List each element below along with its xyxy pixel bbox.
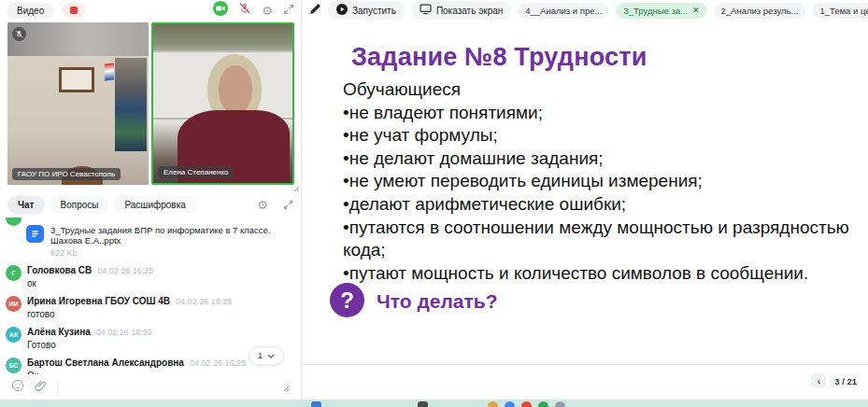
avatar: Г (6, 265, 21, 281)
settings-icon[interactable]: ⚙ (262, 5, 273, 17)
tab-chat[interactable]: Чат (7, 196, 45, 214)
slide-bullet: •не учат формулы; (343, 124, 868, 147)
avatar (6, 218, 21, 226)
message-author: Алёна Кузина (27, 327, 91, 337)
taskbar-icon[interactable] (311, 401, 321, 407)
share-screen-button[interactable]: Показать экран (411, 1, 511, 20)
video-tile-participant-1[interactable]: ГАОУ ПО ИРО Севастополь (7, 22, 149, 185)
share-button-label: Показать экран (436, 6, 503, 16)
participant-name-label: Елена Степаненко (158, 166, 234, 178)
presentation-tab-4[interactable]: 4__Анализ и пре... (518, 3, 609, 19)
video-grid: ГАОУ ПО ИРО Севастополь Елена Степаненко (0, 21, 301, 189)
file-attachment[interactable]: 3_Трудные задания ВПР по информатике в 7… (26, 225, 301, 258)
attach-icon[interactable] (35, 379, 47, 396)
slide-bullet: •делают арифметические ошибки; (343, 193, 868, 217)
slide-subtitle: Обучающиеся (343, 78, 868, 102)
avatar: БС (6, 358, 21, 373)
slide-bullet: •путаются в соотношении между мощностью … (343, 217, 868, 262)
chevron-down-icon (267, 351, 275, 360)
participant-name-label: ГАОУ ПО ИРО Севастополь (12, 168, 121, 180)
presentation-tab-2[interactable]: 2_Анализ резуль... (714, 3, 806, 19)
start-button-label: Запустить (352, 6, 396, 16)
chat-settings-icon[interactable]: ⚙ (257, 199, 268, 211)
file-name: 3_Трудные задания ВПР по информатике в 7… (50, 225, 293, 246)
divider (57, 380, 58, 395)
screen-share-icon (420, 4, 432, 17)
person-decoration (219, 65, 252, 114)
picture-frame-decoration (59, 67, 94, 92)
slide-pager: ‹ 3 / 21 (811, 373, 857, 388)
tab-questions[interactable]: Вопросы (50, 196, 109, 214)
taskbar-icon[interactable] (418, 401, 428, 407)
participant-mic-off-icon (12, 27, 26, 41)
chat-message-input[interactable] (68, 382, 273, 394)
flag-decoration (105, 63, 114, 80)
message-time: 04.02.26 16:25 (96, 328, 152, 337)
slide-bullet: •не делают домашние задания; (343, 147, 868, 171)
chat-message-list[interactable]: 3_Трудные задания ВПР по информатике в 7… (0, 218, 301, 374)
unread-count-badge: 1 (258, 351, 263, 360)
emoji-icon[interactable] (11, 379, 24, 396)
presentation-tab-3-active[interactable]: 3_Трудные за... ✕ (616, 3, 706, 19)
slide-bullet: •путают мощность и количество символов в… (343, 262, 868, 286)
video-window-topbar: Видео ⚙ (0, 0, 301, 21)
taskbar-icon[interactable] (538, 401, 548, 407)
tab-transcript[interactable]: Расшифровка (114, 196, 195, 214)
record-stop-button[interactable] (63, 3, 85, 18)
taskbar-icon[interactable] (521, 401, 532, 407)
presentation-toolbar: Запустить Показать экран 4__Анализ и пре… (302, 0, 868, 21)
message-author: Головкова СВ (27, 265, 92, 275)
camera-on-icon[interactable] (213, 1, 228, 20)
chat-expand-icon[interactable] (283, 200, 293, 210)
chat-input-row (0, 375, 301, 400)
pen-icon[interactable] (309, 2, 321, 19)
taskbar-icon[interactable] (555, 401, 565, 407)
shared-slide: Задание №8 Трудности Обучающиеся •не вла… (302, 21, 868, 365)
mic-off-icon[interactable] (238, 2, 251, 19)
page-indicator: 3 / 21 (834, 376, 857, 386)
start-icon (336, 4, 348, 17)
taskbar-icon[interactable] (488, 401, 498, 407)
start-button[interactable]: Запустить (328, 1, 405, 20)
video-feed-decoration (7, 22, 149, 56)
chat-message: ИИ Ирина Игоревна ГБОУ СОШ 4В 04.02.26 1… (6, 296, 301, 319)
video-menu-button[interactable]: Видео (7, 3, 54, 19)
file-icon (26, 225, 44, 243)
slide-bullet: •не владеют понятиями; (343, 102, 868, 125)
taskbar-strip (0, 400, 868, 407)
video-tile-participant-2-active-speaker[interactable]: Елена Степаненко (151, 22, 294, 185)
message-time: 04.02.26 16:25 (190, 358, 246, 368)
chat-panel: Чат Вопросы Расшифровка ⚙ 3_Трудные зада… (0, 190, 301, 400)
scroll-to-latest-button[interactable]: 1 (249, 346, 284, 365)
resize-handle[interactable] (293, 179, 300, 196)
record-stop-icon (70, 7, 78, 14)
resize-handle[interactable] (283, 379, 290, 396)
chat-tabbar: Чат Вопросы Расшифровка ⚙ (0, 190, 301, 218)
slide-body: Обучающиеся •не владеют понятиями; •не у… (343, 78, 868, 285)
close-icon[interactable]: ✕ (692, 6, 700, 15)
taskbar-icon[interactable] (505, 401, 515, 407)
message-author: Ирина Игоревна ГБОУ СОШ 4В (27, 296, 170, 306)
message-author: Бартош Светлана Александровна (27, 358, 184, 368)
slide-question: Что делать? (377, 290, 497, 313)
chat-message: Г Головкова СВ 04.02.26 16:25 ок (6, 265, 301, 288)
fullscreen-icon[interactable] (283, 2, 294, 19)
screen-share-panel: Запустить Показать экран 4__Анализ и пре… (301, 0, 868, 400)
shelf-decoration (115, 58, 147, 151)
message-time: 04.02.26 16:25 (97, 266, 153, 275)
question-mark-icon: ? (330, 283, 364, 317)
presentation-tab-1[interactable]: 1_Тема и цель М... (812, 3, 868, 19)
presentation-tab-label: 3_Трудные за... (623, 6, 688, 16)
message-text: готово (27, 309, 232, 319)
slide-bullet: •не умеют переводить единицы измерения; (343, 170, 868, 193)
message-text: Готово (27, 340, 152, 350)
avatar: АК (6, 327, 21, 343)
message-text: Ок (27, 371, 246, 374)
conference-panel: Видео ⚙ ГАОУ ПО (0, 0, 301, 400)
message-text: ок (27, 278, 153, 288)
file-size: 822 Kb (50, 248, 293, 258)
message-time: 04.02.26 16:25 (176, 297, 232, 306)
slide-title: Задание №8 Трудности (351, 43, 647, 72)
avatar: ИИ (6, 296, 21, 312)
prev-slide-button[interactable]: ‹ (811, 373, 826, 388)
